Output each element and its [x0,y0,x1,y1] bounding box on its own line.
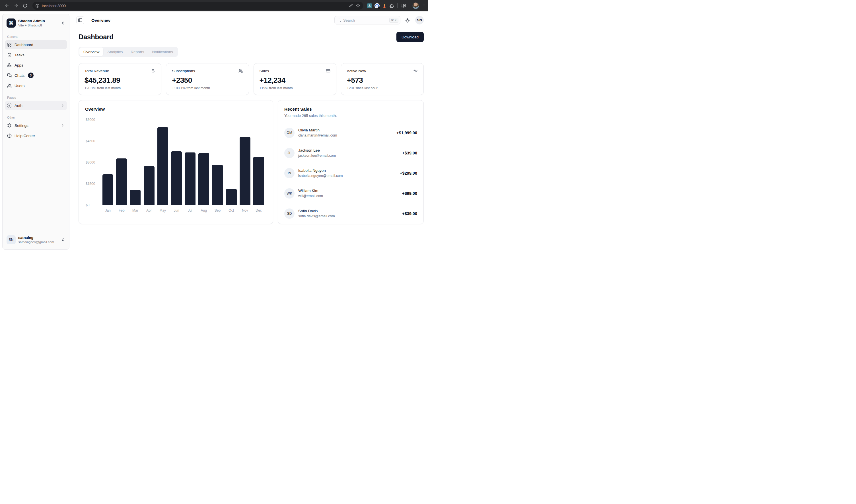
chevrons-up-down-icon [61,238,65,242]
sale-name: Jackson Lee [298,148,398,153]
key-icon[interactable] [349,3,353,8]
theme-toggle-button[interactable] [403,16,412,24]
stat-card-active-now: Active Now +573 +201 since last hour [341,63,424,95]
stat-card-subscriptions: Subscriptions +2350 +180.1% from last mo… [166,63,249,95]
sidebar-item-dashboard[interactable]: Dashboard [5,40,67,49]
bar-chart: $6000$4500$3000$1500$0 Jan Feb Mar Apr M… [85,118,267,215]
chevron-right-icon [60,123,65,127]
search-shortcut-kbd: ⌘ K [389,18,398,23]
section-label: General [5,35,67,38]
stat-card-sales: Sales +12,234 +19% from last month [254,63,336,95]
menu-dots-icon[interactable] [422,3,426,8]
sale-email: jackson.lee@email.com [298,153,398,158]
recent-sales-subtitle: You made 265 sales this month. [284,113,417,118]
credit-card-icon [326,69,330,73]
tasks-icon [7,53,12,57]
settings-icon [7,123,12,128]
download-button[interactable]: Download [397,32,424,42]
sidebar-item-apps[interactable]: Apps [5,60,67,70]
sale-avatar: JL [284,148,295,158]
sale-amount: +$1,999.00 [397,130,417,135]
sidebar-item-label: Dashboard [15,43,33,47]
stat-title: Subscriptions [172,69,195,73]
x-axis-tick-label: Dec [256,205,262,213]
sale-avatar: IN [284,168,295,178]
reading-list-icon[interactable] [401,3,406,8]
x-axis-tick-label: Feb [119,205,125,213]
chart-column-may: May [156,120,170,213]
forward-icon[interactable] [12,2,20,10]
sale-name: Olivia Martin [298,128,393,133]
section-label: Pages [5,96,67,99]
sidebar-item-auth[interactable]: Auth [5,101,67,110]
app-header: Overview ⌘ K SN [76,15,424,25]
sidebar-item-users[interactable]: Users [5,81,67,90]
chart-column-oct: Oct [225,120,238,213]
header-avatar-button[interactable]: SN [415,16,424,24]
chart-column-mar: Mar [128,120,142,213]
search-input[interactable]: ⌘ K [334,16,400,24]
x-axis-tick-label: Apr [146,205,152,213]
recent-sales-card: Recent Sales You made 265 sales this mon… [278,100,424,224]
bookmark-star-icon[interactable] [356,3,360,8]
lighthouse-icon[interactable] [382,3,387,8]
tab-analytics[interactable]: Analytics [103,48,127,56]
user-name: satnaing [18,235,59,240]
chart-column-apr: Apr [142,120,156,213]
chart-column-jan: Jan [101,120,115,213]
sale-avatar: SD [284,209,295,219]
command-icon: ⌘ [6,18,16,28]
tab-overview[interactable]: Overview [80,48,103,56]
tab-reports[interactable]: Reports [127,48,148,56]
chart-title: Overview [85,107,267,112]
stat-delta: +20.1% from last month [85,86,155,90]
profile-avatar[interactable] [412,2,419,9]
sale-name: Sofia Davis [298,209,398,214]
teal-extension-icon[interactable] [367,3,372,8]
sidebar-toggle-button[interactable] [76,16,84,24]
stat-title: Total Revenue [85,69,109,73]
sidebar-item-label: Help Center [15,134,35,138]
sidebar-item-settings[interactable]: Settings [5,121,67,130]
chats-icon [7,73,12,78]
browser-toolbar: localhost:3000 [0,0,428,11]
stat-value: $45,231.89 [85,76,155,85]
bar-jun [171,151,182,205]
search-field[interactable] [343,18,387,22]
bar-oct [226,189,237,205]
activity-icon [413,69,418,73]
overview-chart-card: Overview $6000$4500$3000$1500$0 Jan Feb … [78,100,273,224]
puzzle-icon[interactable] [389,3,394,8]
password-manager-icon[interactable] [374,3,380,8]
team-switcher[interactable]: ⌘ Shadcn Admin Vite + ShadcnUI [5,17,67,29]
chevrons-up-down-icon [61,21,65,25]
sidebar-item-label: Auth [15,104,22,108]
sidebar-nav: GeneralDashboardTasksAppsChats3UsersPage… [5,29,67,234]
sidebar-user-menu[interactable]: SN satnaing satnaingdev@gmail.com [5,234,67,246]
stat-value: +2350 [172,76,243,85]
tab-notifications[interactable]: Notifications [148,48,177,56]
reload-icon[interactable] [21,2,29,10]
sidebar-item-tasks[interactable]: Tasks [5,50,67,59]
url-text[interactable]: localhost:3000 [42,4,347,8]
bar-apr [144,166,155,205]
chart-column-sep: Sep [211,120,224,213]
sale-row: WK William Kim will@email.com +$99.00 [284,185,417,202]
address-bar[interactable]: localhost:3000 [32,2,363,10]
help-icon [7,133,12,138]
sale-avatar: OM [284,128,295,138]
dashboard-tabs: OverviewAnalyticsReportsNotifications [78,47,178,57]
y-axis-tick-label: $6000 [86,118,95,122]
breadcrumb: Overview [91,18,110,23]
subscriptions-users-icon [239,69,243,73]
sidebar-item-chats[interactable]: Chats3 [5,71,67,80]
stat-delta: +201 since last hour [347,86,418,90]
x-axis-tick-label: Oct [228,205,234,213]
info-icon[interactable] [35,4,39,8]
team-name: Shadcn Admin [18,19,59,23]
back-icon[interactable] [3,2,11,10]
recent-sales-title: Recent Sales [284,107,417,112]
stat-value: +12,234 [260,76,330,85]
x-axis-tick-label: Mar [132,205,138,213]
sidebar-item-help-center[interactable]: Help Center [5,131,67,140]
